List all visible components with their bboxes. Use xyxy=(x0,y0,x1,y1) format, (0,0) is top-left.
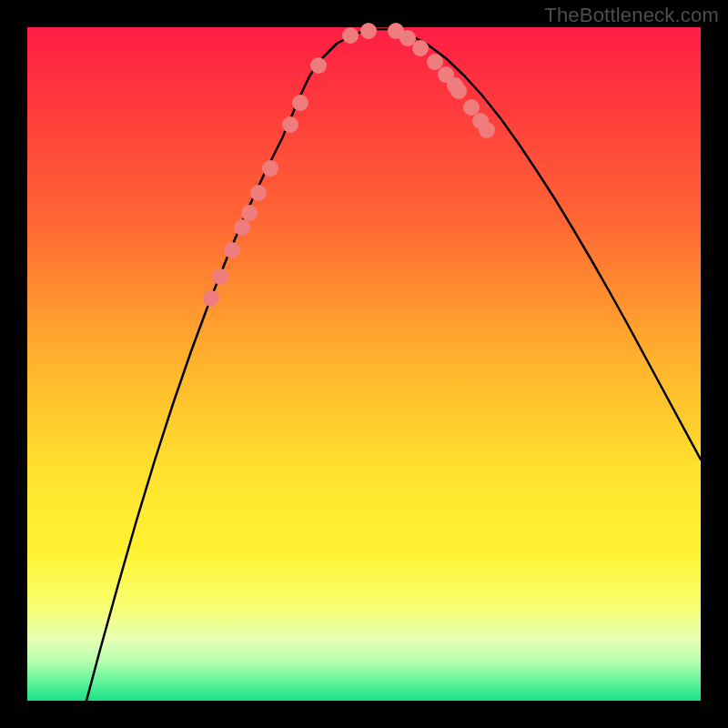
watermark-text: TheBottleneck.com xyxy=(544,4,719,27)
highlight-point xyxy=(224,242,240,258)
chart-frame: TheBottleneck.com xyxy=(0,0,728,728)
bottleneck-curve-path xyxy=(86,29,701,701)
highlight-point xyxy=(292,95,308,111)
highlight-point xyxy=(412,40,429,56)
highlight-point xyxy=(282,116,298,133)
bottleneck-curve xyxy=(86,29,701,701)
highlight-point xyxy=(203,290,219,307)
plot-area xyxy=(27,27,701,701)
highlight-point xyxy=(310,57,327,74)
chart-svg xyxy=(27,27,701,701)
highlight-point xyxy=(234,219,250,236)
highlight-point xyxy=(479,122,495,138)
highlight-point xyxy=(463,99,480,116)
highlight-point xyxy=(342,27,359,44)
highlight-point xyxy=(360,23,377,39)
highlight-point xyxy=(250,185,267,201)
highlight-points xyxy=(203,23,495,307)
highlight-point xyxy=(241,205,258,221)
highlight-point xyxy=(427,54,443,70)
highlight-point xyxy=(450,83,467,99)
highlight-point xyxy=(399,30,416,46)
highlight-point xyxy=(262,160,278,177)
highlight-point xyxy=(212,268,228,285)
